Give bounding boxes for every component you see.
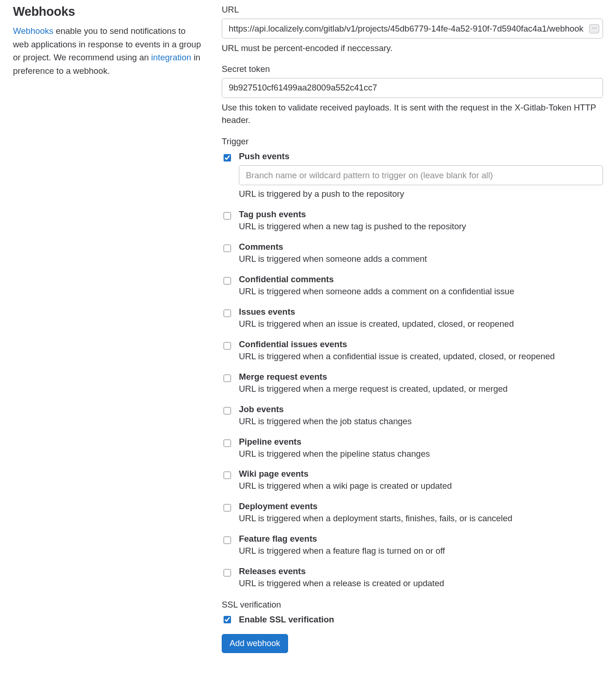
password-manager-icon[interactable]: ⋯ <box>589 24 599 33</box>
push-events-desc: URL is triggered by a push to the reposi… <box>239 188 603 200</box>
secret-input[interactable] <box>222 78 603 98</box>
secret-helper: Use this token to validate received payl… <box>222 102 603 127</box>
ssl-label: SSL verification <box>222 600 603 610</box>
trigger-desc: URL is triggered when a feature flag is … <box>239 545 603 557</box>
trigger-item: Wiki page eventsURL is triggered when a … <box>222 469 603 492</box>
sidebar-description: Webhooks enable you to send notification… <box>13 25 203 78</box>
trigger-item: Pipeline eventsURL is triggered when the… <box>222 437 603 460</box>
ssl-checkbox-label: Enable SSL verification <box>239 615 334 625</box>
trigger-checkbox[interactable] <box>224 407 231 414</box>
trigger-checkbox[interactable] <box>224 504 231 511</box>
trigger-desc: URL is triggered when someone adds a com… <box>239 285 603 298</box>
trigger-title: Confidential comments <box>239 274 603 285</box>
trigger-desc: URL is triggered when the job status cha… <box>239 415 603 427</box>
secret-label: Secret token <box>222 64 603 74</box>
sidebar: Webhooks Webhooks enable you to send not… <box>13 5 203 653</box>
trigger-checkbox[interactable] <box>224 440 231 447</box>
url-input[interactable] <box>222 19 603 39</box>
main-form: URL ⋯ URL must be percent-encoded if nec… <box>222 5 603 653</box>
trigger-item: Tag push eventsURL is triggered when a n… <box>222 209 603 233</box>
trigger-item: Confidential issues eventsURL is trigger… <box>222 339 603 362</box>
trigger-desc: URL is triggered when someone adds a com… <box>239 253 603 265</box>
trigger-desc: URL is triggered when a deployment start… <box>239 512 603 524</box>
url-helper: URL must be percent-encoded if neccessar… <box>222 42 603 55</box>
trigger-item: Deployment eventsURL is triggered when a… <box>222 501 603 524</box>
branch-filter-input[interactable] <box>239 165 603 185</box>
trigger-desc: URL is triggered when the pipeline statu… <box>239 448 603 460</box>
trigger-checkbox[interactable] <box>224 375 231 382</box>
secret-field-block: Secret token Use this token to validate … <box>222 64 603 127</box>
trigger-desc: URL is triggered when a new tag is pushe… <box>239 220 603 233</box>
trigger-checkbox[interactable] <box>224 537 231 544</box>
trigger-item: CommentsURL is triggered when someone ad… <box>222 242 603 265</box>
trigger-label: Trigger <box>222 136 603 147</box>
trigger-title: Feature flag events <box>239 534 603 544</box>
trigger-item: Releases eventsURL is triggered when a r… <box>222 566 603 589</box>
trigger-title: Issues events <box>239 307 603 317</box>
ssl-checkbox[interactable] <box>224 616 231 623</box>
ssl-block: SSL verification Enable SSL verification <box>222 600 603 625</box>
push-events-title: Push events <box>239 151 603 162</box>
trigger-desc: URL is triggered when a confidential iss… <box>239 350 603 362</box>
trigger-title: Deployment events <box>239 501 603 511</box>
trigger-item: Feature flag eventsURL is triggered when… <box>222 534 603 557</box>
trigger-checkbox[interactable] <box>224 245 231 252</box>
trigger-checkbox[interactable] <box>224 310 231 317</box>
trigger-desc: URL is triggered when an issue is create… <box>239 318 603 330</box>
trigger-checkbox[interactable] <box>224 569 231 576</box>
trigger-title: Confidential issues events <box>239 339 603 349</box>
url-field-block: URL ⋯ URL must be percent-encoded if nec… <box>222 5 603 55</box>
push-events-checkbox[interactable] <box>224 154 231 162</box>
trigger-title: Merge request events <box>239 372 603 382</box>
trigger-title: Wiki page events <box>239 469 603 479</box>
trigger-push-events: Push events URL is triggered by a push t… <box>222 151 603 200</box>
trigger-checkbox[interactable] <box>224 277 231 285</box>
trigger-item: Confidential commentsURL is triggered wh… <box>222 274 603 298</box>
trigger-checkbox[interactable] <box>224 342 231 349</box>
page-title: Webhooks <box>13 5 203 19</box>
trigger-desc: URL is triggered when a wiki page is cre… <box>239 480 603 492</box>
trigger-title: Releases events <box>239 566 603 576</box>
trigger-title: Pipeline events <box>239 437 603 447</box>
integration-link[interactable]: integration <box>151 52 191 62</box>
trigger-desc: URL is triggered when a release is creat… <box>239 577 603 589</box>
trigger-checkbox[interactable] <box>224 212 231 220</box>
trigger-item: Merge request eventsURL is triggered whe… <box>222 372 603 395</box>
trigger-item: Job eventsURL is triggered when the job … <box>222 404 603 427</box>
add-webhook-button[interactable]: Add webhook <box>222 634 288 653</box>
trigger-item: Issues eventsURL is triggered when an is… <box>222 307 603 330</box>
trigger-checkbox[interactable] <box>224 472 231 479</box>
url-label: URL <box>222 5 603 15</box>
trigger-title: Job events <box>239 404 603 414</box>
trigger-desc: URL is triggered when a merge request is… <box>239 383 603 395</box>
trigger-title: Comments <box>239 242 603 252</box>
trigger-title: Tag push events <box>239 209 603 220</box>
webhooks-link[interactable]: Webhooks <box>13 26 53 36</box>
